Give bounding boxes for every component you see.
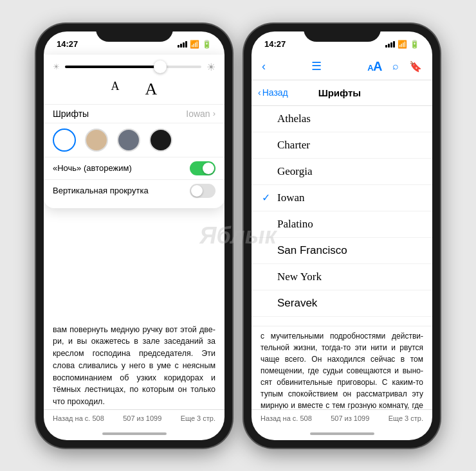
search-button-right[interactable]: ⌕ [392, 60, 399, 72]
font-name-georgia: Georgia [277, 165, 422, 178]
status-time-right: 14:27 [264, 39, 286, 49]
wifi-icon-right: 📶 [398, 40, 407, 49]
brightness-slider[interactable] [65, 66, 201, 68]
check-san-francisco [262, 245, 277, 256]
back-button-right[interactable]: ‹ [262, 60, 266, 73]
status-icons-left: 📶 🔋 [178, 40, 212, 49]
right-phone-screen: 14:27 📶 🔋 ‹ ☰ AA ⌕ [252, 31, 432, 440]
battery-icon-right: 🔋 [410, 40, 419, 49]
font-name-charter: Charter [277, 139, 422, 152]
status-icons-right: 📶 🔋 [385, 40, 419, 49]
font-name-athelas: Athelas [277, 112, 422, 125]
font-name-palatino: Palatino [277, 218, 422, 231]
brightness-row: ☀ ☀ [44, 55, 224, 77]
check-iowan: ✓ [262, 191, 277, 204]
font-item-palatino[interactable]: Palatino [252, 211, 432, 238]
color-gray[interactable] [117, 129, 140, 152]
home-indicator-right [252, 427, 432, 440]
font-name-san-francisco: San Francisco [277, 244, 422, 257]
vertical-toggle[interactable] [190, 184, 215, 198]
reading-content-left-lower: вам повернуть медную ручку вот этой две­… [44, 319, 224, 409]
aa-button-right[interactable]: AA [367, 59, 382, 74]
page-current-right: 507 из 1099 [331, 414, 369, 422]
night-mode-toggle[interactable] [190, 161, 215, 175]
sun-big-icon: ☀ [206, 61, 215, 73]
back-page-right: Назад на с. 508 [261, 414, 312, 422]
font-name-seravek: Seravek [277, 297, 422, 310]
sun-small-icon: ☀ [53, 62, 60, 71]
font-item-iowan[interactable]: ✓ Iowan [252, 185, 432, 211]
font-item-georgia[interactable]: Georgia [252, 159, 432, 185]
font-size-row: A A [44, 77, 224, 105]
font-item-new-york[interactable]: New York [252, 264, 432, 290]
fonts-back-label: Назад [262, 87, 288, 98]
battery-icon: 🔋 [202, 40, 212, 49]
bottom-bar-left: Назад на с. 508 507 из 1099 Еще 3 стр. [44, 409, 224, 427]
settings-popup: ☀ ☀ A A Шрифты Iowan › [44, 55, 224, 208]
check-new-york [262, 271, 277, 283]
vertical-scroll-row: Вертикальная прокрутка [44, 180, 224, 202]
chevron-right-icon: › [213, 109, 215, 118]
toggle-knob [203, 163, 214, 174]
font-size-small[interactable]: A [111, 80, 120, 99]
color-white[interactable] [53, 129, 76, 152]
brightness-thumb [154, 60, 167, 73]
left-phone-screen: 14:27 📶 🔋 ‹ ☰ AA ⌕ [44, 31, 224, 440]
page-current-left: 507 из 1099 [123, 414, 161, 422]
check-seravek [262, 298, 277, 309]
back-page-left: Назад на с. 508 [53, 414, 104, 422]
color-beige[interactable] [85, 129, 108, 152]
color-row [44, 123, 224, 157]
font-item-seravek[interactable]: Seravek [252, 290, 432, 317]
fonts-label: Шрифты [53, 109, 89, 119]
forward-left: Еще 3 стр. [181, 414, 215, 422]
check-palatino [262, 218, 277, 230]
font-item-athelas[interactable]: Athelas [252, 106, 432, 132]
notch [96, 24, 173, 42]
font-list: Athelas Charter Georgia ✓ Iowan Palatino [252, 106, 432, 326]
right-phone: 14:27 📶 🔋 ‹ ☰ AA ⌕ [244, 24, 440, 448]
font-item-san-francisco[interactable]: San Francisco [252, 238, 432, 264]
signal-bars [178, 41, 187, 48]
wifi-icon: 📶 [190, 40, 199, 49]
fonts-back-button[interactable]: ‹ Назад [258, 87, 288, 98]
font-item-charter[interactable]: Charter [252, 132, 432, 159]
check-georgia [262, 166, 277, 177]
nav-bar-right: ‹ ☰ AA ⌕ 🔖 [252, 55, 432, 80]
check-charter [262, 139, 277, 151]
vertical-label: Вертикальная прокрутка [53, 186, 149, 195]
brightness-fill [65, 66, 160, 68]
fonts-title: Шрифты [288, 87, 391, 98]
check-athelas [262, 113, 277, 125]
signal-bars-right [385, 41, 395, 48]
reading-content-right: с мучительными подробностями действи­тел… [252, 326, 432, 409]
forward-right: Еще 3 стр. [389, 414, 423, 422]
fonts-header: ‹ Назад Шрифты [252, 80, 432, 106]
home-indicator-left [44, 427, 224, 440]
fonts-value: Iowan › [186, 109, 215, 119]
list-button-right[interactable]: ☰ [311, 59, 322, 73]
night-mode-label: «Ночь» (авторежим) [53, 163, 132, 173]
night-mode-row: «Ночь» (авторежим) [44, 157, 224, 180]
left-phone: 14:27 📶 🔋 ‹ ☰ AA ⌕ [36, 24, 232, 448]
bookmark-button-right[interactable]: 🔖 [409, 60, 422, 73]
font-name-iowan: Iowan [277, 191, 422, 204]
font-item-times[interactable]: Times New Roman [252, 317, 432, 326]
vertical-toggle-knob [191, 185, 203, 197]
bottom-bar-right: Назад на с. 508 507 из 1099 Еще 3 стр. [252, 409, 432, 427]
font-size-big[interactable]: A [145, 80, 158, 99]
notch-right [304, 24, 381, 42]
fonts-row[interactable]: Шрифты Iowan › [44, 105, 224, 123]
chevron-back-icon: ‹ [258, 87, 261, 98]
font-name-new-york: New York [277, 271, 422, 283]
status-time-left: 14:27 [57, 39, 78, 49]
color-black[interactable] [149, 129, 172, 152]
